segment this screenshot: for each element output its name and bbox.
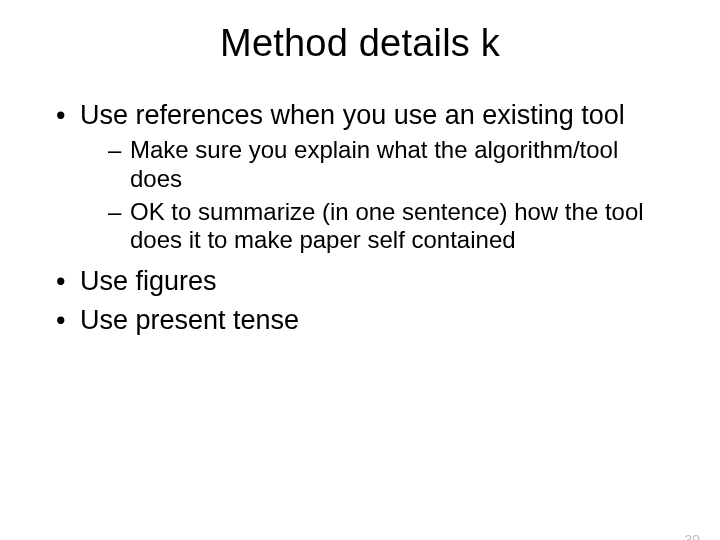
bullet-item: Use references when you use an existing … bbox=[54, 99, 666, 255]
bullet-item: Use present tense bbox=[54, 304, 666, 337]
bullet-text: Use references when you use an existing … bbox=[80, 100, 625, 130]
page-number: 39 bbox=[684, 532, 700, 540]
sub-bullet-text: OK to summarize (in one sentence) how th… bbox=[130, 198, 644, 254]
slide-title: Method details k bbox=[0, 22, 720, 65]
sub-bullet-item: OK to summarize (in one sentence) how th… bbox=[108, 198, 666, 256]
sub-bullet-item: Make sure you explain what the algorithm… bbox=[108, 136, 666, 194]
bullet-list: Use references when you use an existing … bbox=[54, 99, 666, 337]
sub-bullet-list: Make sure you explain what the algorithm… bbox=[80, 136, 666, 255]
bullet-item: Use figures bbox=[54, 265, 666, 298]
slide: Method details k Use references when you… bbox=[0, 22, 720, 540]
sub-bullet-text: Make sure you explain what the algorithm… bbox=[130, 136, 618, 192]
bullet-text: Use figures bbox=[80, 266, 217, 296]
bullet-text: Use present tense bbox=[80, 305, 299, 335]
slide-body: Use references when you use an existing … bbox=[0, 99, 720, 337]
